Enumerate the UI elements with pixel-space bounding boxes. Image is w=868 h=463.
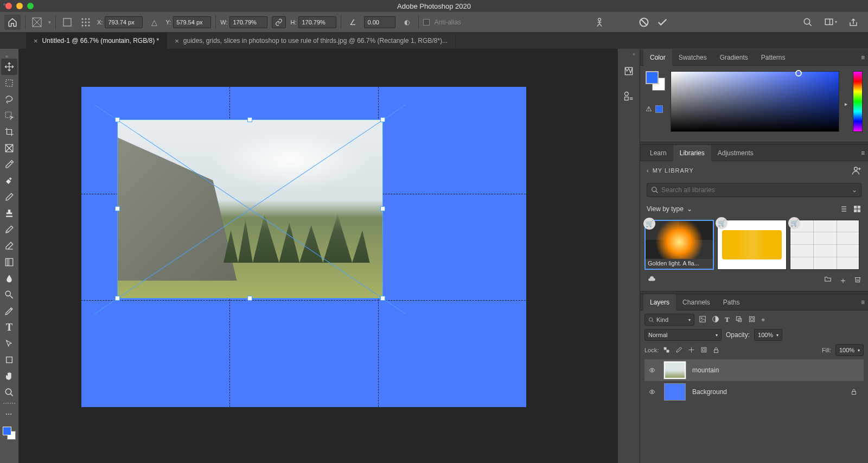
w-input[interactable] — [229, 16, 267, 28]
document-tab-active[interactable]: × Untitled-1 @ 66.7% (mountain, RGB/8) * — [26, 33, 167, 49]
lock-paint-icon[interactable] — [675, 346, 682, 354]
tab-swatches[interactable]: Swatches — [672, 49, 713, 66]
color-field[interactable] — [671, 71, 839, 132]
gradient-tool[interactable] — [1, 254, 17, 270]
library-back-button[interactable]: ‹ MY LIBRARY — [647, 167, 694, 174]
edit-toolbar-button[interactable]: ⋯ — [1, 406, 17, 422]
zoom-tool[interactable] — [1, 384, 17, 401]
crop-tool[interactable] — [1, 124, 17, 140]
chevron-down-icon[interactable]: ⌄ — [852, 186, 857, 194]
delta-icon[interactable]: △ — [147, 15, 161, 29]
reference-point-icon[interactable] — [30, 15, 44, 29]
library-search-input[interactable] — [647, 183, 861, 197]
close-tab-icon[interactable]: × — [34, 37, 38, 45]
view-by-dropdown[interactable]: View by type ⌄ — [647, 205, 692, 213]
tab-gradients[interactable]: Gradients — [713, 49, 755, 66]
filter-pixel-icon[interactable] — [699, 315, 706, 324]
document-canvas[interactable] — [81, 87, 526, 407]
tab-learn[interactable]: Learn — [643, 145, 673, 161]
panel-menu-icon[interactable]: ≡ — [861, 149, 865, 157]
history-panel-icon[interactable] — [622, 64, 636, 78]
pen-tool[interactable] — [1, 303, 17, 319]
history-brush-tool[interactable] — [1, 221, 17, 238]
stamp-tool[interactable] — [1, 205, 17, 221]
tab-channels[interactable]: Channels — [676, 294, 717, 310]
x-input[interactable] — [105, 16, 143, 28]
healing-brush-tool[interactable] — [1, 173, 17, 189]
delete-library-icon[interactable] — [854, 275, 861, 287]
placed-image[interactable] — [117, 119, 383, 299]
maximize-window-button[interactable] — [27, 3, 34, 9]
filter-type-icon[interactable]: T — [725, 315, 730, 324]
filter-smart-icon[interactable] — [748, 315, 756, 324]
close-tab-icon[interactable]: × — [175, 37, 179, 45]
home-button[interactable] — [4, 15, 21, 30]
library-item[interactable]: 🛒 — [717, 220, 787, 270]
angle-input[interactable] — [364, 16, 395, 28]
search-icon[interactable] — [801, 15, 815, 29]
gamut-warning-icon[interactable]: ⚠ — [646, 105, 652, 113]
y-input[interactable] — [173, 16, 211, 28]
library-item[interactable]: 🛒 Golden light. A fla... — [644, 220, 714, 270]
layer-row[interactable]: mountain — [644, 359, 864, 381]
guide-horizontal[interactable] — [18, 300, 588, 301]
add-library-icon[interactable]: ＋ — [839, 275, 847, 287]
opacity-input[interactable]: 100% ▾ — [754, 329, 782, 341]
filter-adjustment-icon[interactable] — [712, 315, 719, 324]
reference-dropdown-icon[interactable]: ▾ — [48, 20, 51, 25]
eyedropper-tool[interactable] — [1, 156, 17, 173]
hand-tool[interactable] — [1, 368, 17, 384]
document-tab[interactable]: × guides, grids, slices in photoshop to … — [167, 33, 456, 49]
lock-icon[interactable] — [851, 388, 857, 396]
panel-menu-icon[interactable]: ≡ — [861, 54, 865, 61]
type-tool[interactable]: T — [1, 319, 17, 335]
layer-name[interactable]: mountain — [692, 366, 719, 374]
share-icon[interactable] — [846, 15, 860, 29]
lock-all-icon[interactable] — [713, 346, 719, 354]
websafe-swatch[interactable] — [655, 105, 663, 113]
layer-name[interactable]: Background — [692, 388, 727, 396]
commit-transform-button[interactable] — [655, 15, 669, 29]
color-cursor[interactable] — [795, 70, 802, 77]
invite-icon[interactable] — [852, 166, 861, 175]
close-window-button[interactable] — [5, 3, 12, 9]
tab-patterns[interactable]: Patterns — [755, 49, 792, 66]
hue-slider[interactable] — [853, 71, 863, 132]
path-select-tool[interactable] — [1, 335, 17, 352]
properties-panel-icon[interactable] — [622, 89, 636, 103]
blend-mode-dropdown[interactable]: Normal ▾ — [644, 329, 722, 341]
move-tool[interactable] — [1, 59, 17, 75]
frame-tool[interactable] — [1, 140, 17, 156]
quick-select-tool[interactable] — [1, 107, 17, 124]
layer-thumbnail[interactable] — [664, 361, 686, 379]
interpolation-icon[interactable]: ◐ — [400, 15, 414, 29]
lock-artboard-icon[interactable] — [700, 346, 707, 354]
canvas-area[interactable] — [18, 49, 617, 463]
collapse-dock-icon[interactable]: « — [633, 52, 635, 57]
layer-row[interactable]: Background — [644, 381, 864, 403]
panel-menu-icon[interactable]: ≡ — [861, 299, 865, 306]
fill-input[interactable]: 100% ▾ — [835, 344, 864, 356]
grid-view-icon[interactable] — [853, 205, 861, 213]
cloud-sync-icon[interactable] — [647, 275, 656, 287]
puppet-icon[interactable] — [592, 15, 607, 29]
lasso-tool[interactable] — [1, 91, 17, 107]
list-view-icon[interactable] — [839, 205, 847, 213]
libraries-folder-icon[interactable] — [824, 275, 832, 287]
visibility-toggle-icon[interactable] — [647, 389, 658, 395]
dodge-tool[interactable] — [1, 287, 17, 303]
blur-tool[interactable] — [1, 270, 17, 287]
minimize-window-button[interactable] — [16, 3, 23, 9]
library-item[interactable]: 🛒 — [790, 220, 859, 270]
antialias-checkbox[interactable] — [423, 19, 430, 26]
link-wh-button[interactable] — [272, 16, 286, 28]
tab-adjustments[interactable]: Adjustments — [711, 145, 760, 161]
visibility-toggle-icon[interactable] — [647, 367, 658, 373]
cancel-transform-button[interactable] — [637, 15, 651, 29]
tab-color[interactable]: Color — [643, 49, 672, 66]
rectangle-tool[interactable] — [1, 352, 17, 368]
brush-tool[interactable] — [1, 189, 17, 205]
color-fg-bg-swatches[interactable] — [646, 71, 665, 91]
h-input[interactable] — [298, 16, 336, 28]
lock-position-icon[interactable] — [688, 346, 695, 354]
